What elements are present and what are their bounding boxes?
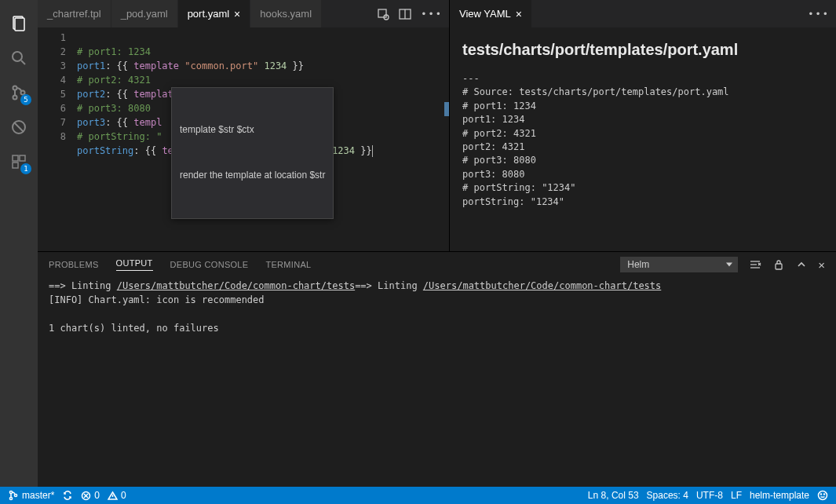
svg-rect-1 [15, 18, 24, 31]
more-icon[interactable]: ••• [421, 9, 443, 20]
tooltip-doc: render the template at location $str [180, 168, 325, 183]
activity-debug[interactable] [0, 110, 38, 144]
preview-body: --- # Source: tests/charts/port/template… [462, 72, 823, 209]
activity-explorer[interactable] [0, 6, 38, 41]
status-feedback-icon[interactable] [817, 490, 828, 501]
tab-chartref[interactable]: _chartref.tpl [38, 0, 111, 27]
activity-scm[interactable]: 5 [0, 75, 38, 110]
close-icon[interactable]: × [234, 8, 240, 20]
status-language[interactable]: helm-template [750, 490, 809, 501]
svg-line-3 [21, 60, 25, 64]
chevron-up-icon[interactable] [796, 259, 807, 270]
status-bar: master* 0 0 Ln 8, Col 53 Spaces: 4 UTF-8… [0, 487, 836, 504]
svg-line-8 [14, 122, 24, 132]
panel-tab-debug[interactable]: DEBUG CONSOLE [170, 260, 249, 269]
lock-scroll-icon[interactable] [772, 258, 785, 271]
status-errors[interactable]: 0 [81, 490, 100, 501]
activity-extensions[interactable]: 1 [0, 144, 38, 179]
code-editor[interactable]: 12345678 # port1: 1234 port1: {{ templat… [38, 27, 449, 251]
output-body[interactable]: ==> Linting /Users/mattbutcher/Code/comm… [38, 277, 836, 487]
svg-point-23 [9, 497, 12, 499]
svg-point-4 [13, 86, 17, 90]
svg-rect-10 [20, 155, 25, 161]
split-editor-icon[interactable] [399, 8, 411, 20]
clear-output-icon[interactable] [749, 258, 761, 271]
editor-tabs-left: _chartref.tpl _pod.yaml port.yaml× hooks… [38, 0, 449, 27]
tab-view-yaml[interactable]: View YAML× [450, 0, 532, 27]
tooltip-signature: template $str $ctx [180, 122, 325, 137]
tab-hooks[interactable]: hooks.yaml [250, 0, 322, 27]
status-sync[interactable] [62, 490, 73, 501]
close-icon[interactable]: × [516, 8, 522, 20]
status-spaces[interactable]: Spaces: 4 [647, 490, 688, 501]
close-panel-icon[interactable]: × [818, 258, 825, 272]
preview-title: tests/charts/port/templates/port.yaml [462, 38, 823, 61]
status-warnings[interactable]: 0 [108, 490, 126, 501]
svg-rect-9 [13, 155, 18, 161]
svg-point-24 [14, 494, 16, 496]
status-branch[interactable]: master* [8, 490, 54, 501]
output-channel-select[interactable]: Helm [620, 257, 738, 272]
activity-bar: 5 1 [0, 0, 38, 487]
status-eol[interactable]: LF [731, 490, 742, 501]
tab-port[interactable]: port.yaml× [178, 0, 251, 27]
scm-badge: 5 [20, 94, 31, 105]
hover-tooltip: template $str $ctx render the template a… [171, 87, 334, 219]
bottom-panel: PROBLEMS OUTPUT DEBUG CONSOLE TERMINAL H… [38, 251, 836, 487]
svg-point-32 [824, 494, 825, 495]
minimap[interactable] [441, 27, 449, 251]
panel-tab-output[interactable]: OUTPUT [116, 258, 153, 271]
svg-point-22 [9, 491, 12, 493]
compare-icon[interactable] [377, 8, 389, 20]
svg-point-5 [13, 96, 17, 100]
preview-pane[interactable]: tests/charts/port/templates/port.yaml --… [450, 27, 836, 251]
editor-tabs-right: View YAML× ••• [450, 0, 836, 27]
gutter: 12345678 [38, 27, 77, 251]
panel-tab-terminal[interactable]: TERMINAL [265, 260, 311, 269]
status-encoding[interactable]: UTF-8 [696, 490, 723, 501]
tab-pod[interactable]: _pod.yaml [111, 0, 178, 27]
activity-search[interactable] [0, 41, 38, 75]
ext-badge: 1 [20, 163, 31, 174]
status-ln-col[interactable]: Ln 8, Col 53 [588, 490, 639, 501]
svg-rect-11 [13, 163, 18, 168]
svg-point-2 [13, 52, 22, 61]
more-icon[interactable]: ••• [808, 9, 830, 20]
svg-point-31 [821, 494, 822, 495]
panel-tab-problems[interactable]: PROBLEMS [49, 260, 99, 269]
svg-rect-12 [378, 9, 386, 17]
svg-rect-21 [776, 264, 782, 269]
svg-point-30 [819, 491, 827, 500]
